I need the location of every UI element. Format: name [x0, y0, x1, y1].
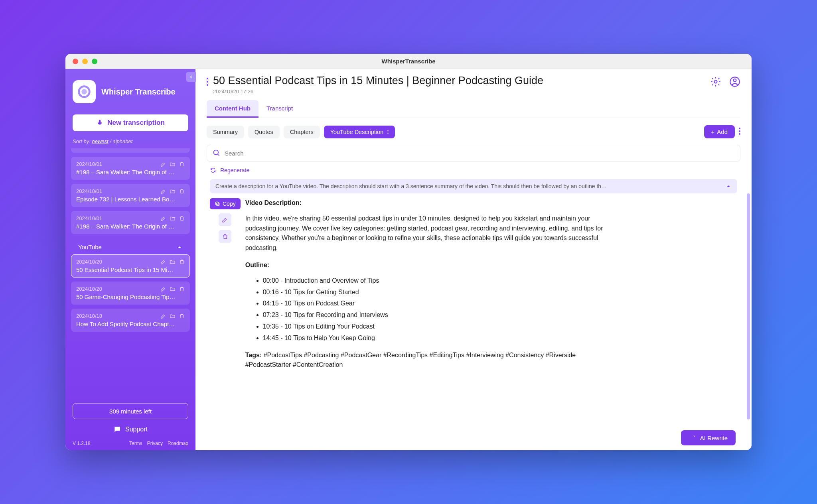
copy-button[interactable]: Copy	[210, 198, 241, 209]
regenerate-label: Regenerate	[220, 167, 249, 173]
search-input[interactable]	[225, 150, 734, 157]
delete-button[interactable]	[219, 230, 231, 243]
chevron-left-icon	[189, 75, 193, 79]
regenerate-button[interactable]: Regenerate	[195, 161, 752, 173]
edit-icon	[222, 217, 228, 223]
edit-icon[interactable]	[160, 188, 166, 194]
refresh-icon	[210, 167, 216, 173]
trash-icon[interactable]	[179, 313, 185, 319]
add-button[interactable]: + Add	[704, 125, 735, 138]
trash-icon	[222, 233, 228, 240]
svg-point-5	[714, 81, 717, 83]
microphone-icon	[96, 119, 103, 126]
chat-icon	[113, 425, 121, 433]
description-heading: Video Description:	[245, 198, 737, 208]
gear-icon[interactable]	[710, 76, 721, 87]
support-button[interactable]: Support	[73, 425, 188, 433]
edit-icon[interactable]	[160, 215, 166, 221]
folder-icon[interactable]	[170, 313, 176, 319]
list-item[interactable]: 2024/10/20 50 Essential Podcast Tips in …	[71, 254, 190, 278]
list-item[interactable]: 2024/10/01 #198 – Sara Walker: The Origi…	[71, 157, 190, 180]
trash-icon[interactable]	[179, 259, 185, 265]
svg-point-7	[734, 79, 736, 82]
terms-link[interactable]: Terms	[129, 441, 142, 446]
folder-icon[interactable]	[170, 188, 176, 194]
svg-rect-16	[215, 202, 218, 205]
new-transcription-button[interactable]: New transcription	[73, 114, 188, 131]
folder-icon[interactable]	[170, 259, 176, 265]
maximize-window-button[interactable]	[92, 59, 97, 64]
tab-content-hub[interactable]: Content Hub	[207, 100, 259, 118]
ai-rewrite-label: AI Rewrite	[700, 435, 728, 441]
edit-button[interactable]	[219, 213, 231, 226]
sort-newest[interactable]: newest	[92, 138, 108, 144]
add-label: Add	[717, 128, 728, 135]
document-menu-button[interactable]	[207, 75, 208, 87]
chips-more-button[interactable]	[739, 128, 740, 136]
collapse-sidebar-button[interactable]	[186, 72, 196, 82]
folder-icon[interactable]	[170, 286, 176, 292]
folder-icon[interactable]	[170, 161, 176, 167]
item-date: 2024/10/20	[76, 259, 102, 265]
svg-point-3	[207, 81, 208, 83]
list-item[interactable]: 2024/10/20 50 Game-Changing Podcasting T…	[71, 282, 190, 305]
svg-point-14	[214, 150, 219, 155]
trash-icon[interactable]	[179, 161, 185, 167]
chip-youtube-label: YouTube Description	[330, 129, 384, 135]
svg-point-2	[207, 78, 208, 79]
minimize-window-button[interactable]	[82, 59, 88, 64]
svg-point-11	[739, 128, 740, 129]
section-youtube-header[interactable]: YouTube	[71, 238, 190, 254]
edit-icon[interactable]	[160, 286, 166, 292]
support-label: Support	[125, 426, 148, 433]
scrollbar[interactable]	[747, 193, 750, 419]
brand-name: Whisper Transcribe	[101, 87, 176, 96]
search-bar[interactable]	[207, 145, 740, 161]
main-tabs: Content Hub Transcript	[207, 100, 740, 118]
app-window: WhisperTranscribe Whisper Transcribe New…	[65, 54, 752, 450]
chip-chapters[interactable]: Chapters	[284, 126, 320, 138]
folder-icon[interactable]	[170, 215, 176, 221]
item-date: 2024/10/01	[76, 188, 102, 194]
roadmap-link[interactable]: Roadmap	[168, 441, 188, 446]
document-title: 50 Essential Podcast Tips in 15 Minutes …	[213, 75, 705, 87]
kebab-icon	[739, 128, 740, 135]
trash-icon[interactable]	[179, 188, 185, 194]
description-paragraph: In this video, we're sharing 50 essentia…	[245, 214, 612, 253]
item-title: 50 Essential Podcast Tips in 15 Mi…	[76, 266, 185, 273]
close-window-button[interactable]	[73, 59, 78, 64]
copy-label: Copy	[223, 201, 236, 207]
list-item[interactable]: 2024/10/01 Episode 732 | Lessons Learned…	[71, 184, 190, 207]
trash-icon[interactable]	[179, 286, 185, 292]
sort-alphabet[interactable]: alphabet	[112, 138, 132, 144]
outline-item: 14:45 - 10 Tips to Help You Keep Going	[263, 333, 737, 343]
item-date: 2024/10/01	[76, 215, 102, 221]
trash-icon[interactable]	[179, 215, 185, 221]
outline-item: 00:00 - Introduction and Overview of Tip…	[263, 276, 737, 286]
chevron-up-icon	[725, 183, 732, 189]
svg-rect-15	[217, 203, 219, 206]
chip-quotes[interactable]: Quotes	[248, 126, 280, 138]
list-item[interactable]	[71, 148, 190, 153]
action-column: Copy	[210, 198, 241, 450]
minutes-left-label: 309 minutes left	[109, 408, 152, 415]
chips-row: Summary Quotes Chapters YouTube Descript…	[195, 118, 752, 138]
chip-summary[interactable]: Summary	[207, 126, 244, 138]
user-icon[interactable]	[729, 76, 740, 87]
item-date: 2024/10/18	[76, 313, 102, 319]
item-title: Episode 732 | Lessons Learned Bo…	[76, 196, 185, 203]
edit-icon[interactable]	[160, 161, 166, 167]
transcription-list: 2024/10/01 #198 – Sara Walker: The Origi…	[65, 148, 195, 398]
prompt-banner[interactable]: Create a description for a YouTube video…	[210, 179, 737, 193]
list-item[interactable]: 2024/10/18 How To Add Spotify Podcast Ch…	[71, 309, 190, 332]
tab-transcript[interactable]: Transcript	[259, 100, 301, 118]
plus-icon: +	[711, 128, 715, 135]
privacy-link[interactable]: Privacy	[147, 441, 163, 446]
chip-youtube-description[interactable]: YouTube Description	[324, 126, 395, 138]
ai-rewrite-button[interactable]: AI Rewrite	[681, 430, 736, 445]
list-item[interactable]: 2024/10/01 #198 – Sara Walker: The Origi…	[71, 211, 190, 234]
edit-icon[interactable]	[160, 259, 166, 265]
document-body: Video Description: In this video, we're …	[245, 198, 737, 450]
minutes-left-pill[interactable]: 309 minutes left	[73, 403, 188, 419]
edit-icon[interactable]	[160, 313, 166, 319]
